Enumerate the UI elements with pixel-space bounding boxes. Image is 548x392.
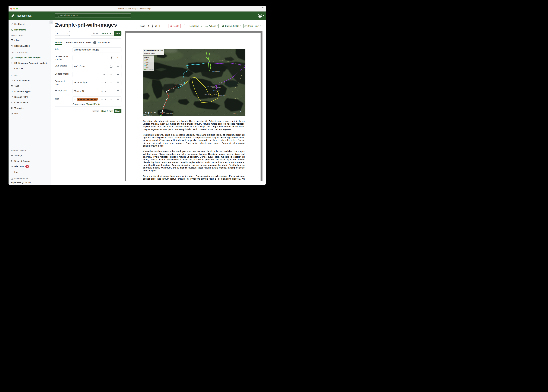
svg-text:N: N xyxy=(240,111,241,113)
svg-text:Text: Text xyxy=(193,90,196,91)
svg-text:New York Island: New York Island xyxy=(179,80,187,82)
svg-text:Day 4: Day 4 xyxy=(146,63,149,65)
svg-text:Six days in BWCA: Six days in BWCA xyxy=(144,52,155,54)
svg-text:Day 5: Day 5 xyxy=(146,65,149,66)
svg-text:Mile Island: Mile Island xyxy=(160,112,165,113)
svg-text:Squirrel Island: Squirrel Island xyxy=(219,95,225,96)
svg-text:3 mi: 3 mi xyxy=(233,113,236,114)
svg-text:Washington Island: Washington Island xyxy=(212,87,221,88)
svg-text:© 2017 Google: © 2017 Google xyxy=(144,114,149,115)
svg-text:Indian Grave Island: Indian Grave Island xyxy=(218,82,227,84)
svg-text:Day 2: Day 2 xyxy=(146,60,149,62)
svg-text:Day 3: Day 3 xyxy=(146,62,149,63)
svg-text:Hausons Island: Hausons Island xyxy=(212,71,220,72)
svg-text:Boundary Waters Trip: Boundary Waters Trip xyxy=(144,50,163,52)
svg-text:Day 1: Day 1 xyxy=(146,59,149,60)
svg-text:Image © 2017 DigitalGlobe: Image © 2017 DigitalGlobe xyxy=(144,115,154,116)
svg-text:Charlies Island: Charlies Island xyxy=(166,113,173,114)
svg-text:Entry Point 24: Entry Point 24 xyxy=(146,68,154,70)
svg-text:Half Dog Island: Half Dog Island xyxy=(208,86,215,87)
svg-text:Lincoln Island: Lincoln Island xyxy=(213,90,220,91)
svg-text:Canoe Island: Canoe Island xyxy=(204,94,210,95)
svg-text:Norway Island: Norway Island xyxy=(212,94,218,95)
svg-text:Day 6: Day 6 xyxy=(146,67,149,68)
svg-text:Google Earth: Google Earth xyxy=(144,112,156,114)
svg-text:Legend: Legend xyxy=(144,56,149,58)
svg-text:Gary Island: Gary Island xyxy=(180,84,185,85)
